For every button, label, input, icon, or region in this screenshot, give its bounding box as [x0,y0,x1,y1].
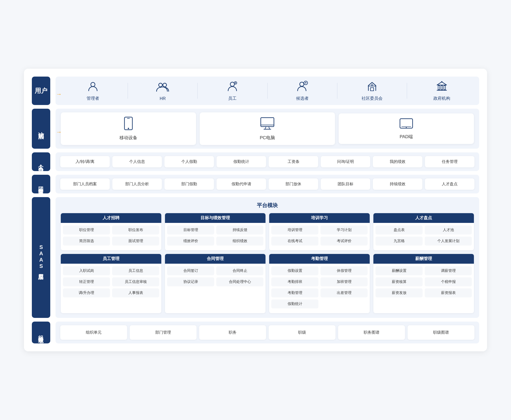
block-employee-body: 入职试岗 员工信息 转正管理 员工信息审核 调/升办理 人事报表 [61,264,161,302]
cell: 调薪管理 [425,266,472,275]
org-item-1: 部门管理 [130,325,197,340]
cell: 个税申报 [425,277,472,286]
cell: 在线考试 [271,237,318,246]
cell: 九宫格 [375,237,423,246]
block-recruitment-title: 人才招聘 [61,213,161,223]
cell: 薪酬设置 [375,266,423,275]
org-mgmt-content: 组织单元 部门管理 职务 职级 职务图谱 职级图谱 [56,322,479,343]
salary-row-1: 薪资核算 个税申报 [375,277,472,286]
platform-grid: 人才招聘 职位管理 职位发布 简历筛选 面试管理 目标与绩效管理 [61,213,474,313]
block-talent-title: 人才盘点 [373,213,474,223]
cell: 职位发布 [112,226,159,234]
cell: 盘点表 [375,226,423,234]
pad-label: PAD端 [400,134,413,140]
saas-row: SAAS应用层 平台模块 人才招聘 职位管理 职位发布 简历筛选 面试管理 [32,197,479,318]
talent-row-0: 盘点表 人才池 [375,226,472,234]
pc-label: PC电脑 [260,135,275,141]
team-item-6: 持续绩效 [373,178,422,190]
users-row: 用户 → 管理者 [32,77,479,105]
contract-row-0: 合同签订 合同终止 [167,266,263,275]
cell: 假勤统计 [271,299,318,308]
cell: 薪资核算 [375,277,423,286]
block-employee-title: 员工管理 [61,254,161,264]
block-salary-body: 薪酬设置 调薪管理 薪资核算 个税申报 薪资发放 薪资报表 [373,264,474,302]
users-label: 用户 → [32,77,50,105]
cell: 组织绩效 [216,237,263,246]
employee-label: 员工 [228,96,237,101]
self-item-3: 假勤统计 [217,156,266,167]
candidate-icon [297,80,308,94]
access-pc: PC电脑 [200,112,335,145]
cell: 培训管理 [271,226,318,234]
svg-line-14 [437,82,442,85]
self-item-2: 个人假勤 [164,156,214,167]
cell: 人事报表 [112,288,159,297]
self-service-content: 入/转/调/离 个人信息 个人假勤 假勤统计 工资条 问询/证明 我的绩效 任务… [56,152,479,171]
svg-point-0 [91,82,95,87]
self-item-5: 问询/证明 [321,156,370,167]
block-contract-title: 合同管理 [165,254,265,264]
gov-icon [436,80,448,94]
cell: 调/升办理 [63,288,110,297]
svg-rect-16 [438,86,440,90]
hr-label: HR [160,96,166,101]
access-label: 访问层 → [32,109,50,149]
block-training-body: 培训管理 学习计划 在线考试 考试评价 [269,223,370,250]
org-mgmt-label: 组管织理 [32,322,50,343]
cell: 简历筛选 [63,237,110,246]
user-candidate: 候选者 [270,80,334,101]
cell: 转正管理 [63,277,110,286]
block-training-title: 培训学习 [269,213,370,223]
svg-point-7 [300,82,304,86]
cell: 加班管理 [320,277,368,286]
access-mobile: 移动设备 [61,112,196,145]
training-row-1: 在线考试 考试评价 [271,237,368,246]
user-hr: HR [131,81,195,101]
recruitment-row-0: 职位管理 职位发布 [63,226,159,234]
user-admin: 管理者 [61,80,125,101]
org-item-3: 职级 [269,325,335,340]
gov-label: 政府机构 [433,96,450,101]
platform-title: 平台模块 [61,202,474,209]
block-salary-title: 薪酬管理 [373,254,474,264]
cell: 薪资发放 [375,288,423,297]
candidate-label: 候选者 [296,96,309,101]
org-item-5: 职级图谱 [408,325,474,340]
user-employee: 员工 [200,80,264,101]
employee-row-1: 转正管理 员工信息审核 [63,277,159,286]
team-mgmt-row: 团管队理 部门人员档案 部门人员分析 部门假勤 假勤代申请 部门放休 团队目标 … [32,175,479,193]
self-item-1: 个人信息 [112,156,162,167]
divider-3 [267,83,268,99]
block-recruitment: 人才招聘 职位管理 职位发布 简历筛选 面试管理 [61,213,161,250]
cell: 考试评价 [320,237,368,246]
team-mgmt-content: 部门人员档案 部门人员分析 部门假勤 假勤代申请 部门放休 团队目标 持续绩效 … [56,175,479,193]
cell: 合同终止 [216,266,263,275]
self-service-row: 个人自助 入/转/调/离 个人信息 个人假勤 假勤统计 工资条 问询/证明 我的… [32,152,479,171]
block-attendance-title: 考勤管理 [269,254,370,264]
cell: 员工信息审核 [112,277,159,286]
cell: 面试管理 [112,237,159,246]
cell: 出差管理 [320,288,368,297]
divider-5 [407,83,407,99]
svg-rect-10 [370,88,374,91]
svg-line-24 [265,127,266,129]
access-row: 访问层 → 移动设备 [32,109,479,149]
performance-row-1: 绩效评价 组织绩效 [167,237,263,246]
salary-row-2: 薪资发放 薪资报表 [375,288,472,297]
employee-row-2: 调/升办理 人事报表 [63,288,159,297]
block-attendance-body: 假勤设置 休假管理 考勤排班 加班管理 考勤管理 出差管理 假勤统计 [269,264,370,313]
block-talent: 人才盘点 盘点表 人才池 九宫格 个人发展计划 [373,213,474,250]
svg-point-29 [406,127,407,128]
cell: 假勤设置 [271,266,318,275]
performance-row-0: 目标管理 持续反馈 [167,226,263,234]
block-salary: 薪酬管理 薪酬设置 调薪管理 薪资核算 个税申报 薪资发放 薪资报表 [373,254,474,313]
cell: 合同签订 [167,266,214,275]
self-item-6: 我的绩效 [373,156,422,167]
block-contract-body: 合同签订 合同终止 协议记录 合同处理中心 [165,264,265,291]
block-contract: 合同管理 合同签订 合同终止 协议记录 合同处理中心 [165,254,265,313]
team-item-4: 部门放休 [269,178,318,190]
access-pad: PAD端 [339,113,474,144]
self-service-list: 入/转/调/离 个人信息 个人假勤 假勤统计 工资条 问询/证明 我的绩效 任务… [56,152,479,171]
org-list: 组织单元 部门管理 职务 职级 职务图谱 职级图谱 [56,322,479,343]
cell: 考勤管理 [271,288,318,297]
